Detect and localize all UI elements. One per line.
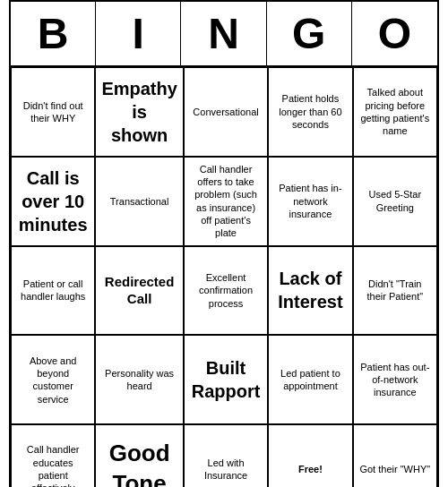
cell-text: Used 5-Star Greeting <box>359 188 431 214</box>
cell-text: Above and beyond customer service <box>17 355 89 406</box>
bingo-header: BINGO <box>11 2 437 67</box>
bingo-cell: Used 5-Star Greeting <box>353 157 437 246</box>
bingo-cell: Good Tone <box>95 424 183 487</box>
header-letter: N <box>181 2 266 65</box>
bingo-cell: Led patient to appointment <box>268 335 352 424</box>
bingo-cell: Call is over 10 minutes <box>11 157 95 246</box>
bingo-cell: Didn't "Train their Patient" <box>353 246 437 336</box>
cell-text: Didn't "Train their Patient" <box>359 278 431 303</box>
cell-text: Good Tone <box>101 439 177 487</box>
bingo-cell: Patient or call handler laughs <box>11 246 95 336</box>
bingo-cell: Conversational <box>184 67 268 157</box>
cell-text: Led patient to appointment <box>274 367 346 393</box>
bingo-cell: Patient holds longer than 60 seconds <box>268 67 352 157</box>
bingo-cell: Free! <box>268 424 352 487</box>
header-letter: O <box>352 2 437 65</box>
bingo-cell: Talked about pricing before getting pati… <box>353 67 437 157</box>
cell-text: Led with Insurance <box>190 457 262 483</box>
cell-text: Patient has out-of-network insurance <box>359 361 431 399</box>
cell-text: Call handler offers to take problem (suc… <box>190 163 262 240</box>
header-letter: I <box>96 2 181 65</box>
cell-text: Didn't find out their WHY <box>17 99 89 125</box>
header-letter: G <box>267 2 352 65</box>
bingo-card: BINGO Didn't find out their WHYEmpathy i… <box>9 0 439 487</box>
cell-text: Built Rapport <box>190 356 262 403</box>
cell-text: Patient or call handler laughs <box>17 278 89 303</box>
cell-text: Patient has in-network insurance <box>274 182 346 220</box>
cell-text: Free! <box>298 463 323 475</box>
bingo-cell: Patient has out-of-network insurance <box>353 335 437 424</box>
bingo-cell: Lack of Interest <box>268 246 352 336</box>
bingo-cell: Built Rapport <box>184 335 268 424</box>
bingo-cell: Excellent confirmation process <box>184 246 268 336</box>
bingo-cell: Above and beyond customer service <box>11 335 95 424</box>
cell-text: Conversational <box>193 106 258 118</box>
bingo-cell: Personality was heard <box>95 335 183 424</box>
bingo-cell: Call handler educates patient effectivel… <box>11 424 95 487</box>
bingo-cell: Didn't find out their WHY <box>11 67 95 157</box>
bingo-grid: Didn't find out their WHYEmpathy is show… <box>11 67 437 487</box>
bingo-cell: Call handler offers to take problem (suc… <box>184 157 268 246</box>
cell-text: Personality was heard <box>101 367 177 393</box>
cell-text: Excellent confirmation process <box>190 271 262 310</box>
bingo-cell: Patient has in-network insurance <box>268 157 352 246</box>
cell-text: Lack of Interest <box>274 267 346 313</box>
cell-text: Got their "WHY" <box>359 463 430 475</box>
cell-text: Call handler educates patient effectivel… <box>17 443 89 487</box>
bingo-cell: Redirected Call <box>95 246 183 336</box>
bingo-cell: Empathy is shown <box>95 67 183 157</box>
header-letter: B <box>11 2 96 65</box>
bingo-cell: Transactional <box>95 157 183 246</box>
cell-text: Call is over 10 minutes <box>17 167 89 236</box>
bingo-cell: Led with Insurance <box>184 424 268 487</box>
cell-text: Patient holds longer than 60 seconds <box>274 92 346 131</box>
cell-text: Transactional <box>110 195 169 208</box>
cell-text: Empathy is shown <box>101 77 177 147</box>
cell-text: Redirected Call <box>101 273 177 308</box>
bingo-cell: Got their "WHY" <box>353 424 437 487</box>
cell-text: Talked about pricing before getting pati… <box>359 86 431 137</box>
